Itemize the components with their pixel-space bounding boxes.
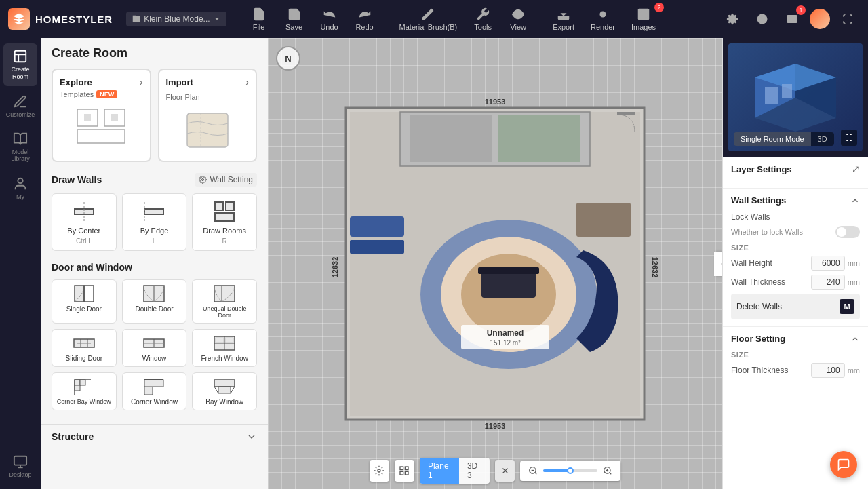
zoom-out-button[interactable] [526,463,540,478]
svg-rect-79 [406,471,409,475]
wall-settings-chevron-icon[interactable] [850,196,860,206]
svg-rect-16 [111,114,118,121]
file-button[interactable]: File [243,4,275,34]
svg-text:151.12 m²: 151.12 m² [490,339,521,347]
template-cards: Explore › Templates NEW [52,69,257,162]
sliding-door-label: Sliding Door [66,355,102,362]
wall-thickness-unit: mm [848,278,860,286]
floor-thickness-input[interactable] [811,363,845,378]
draw-rooms-shortcut: R [222,237,227,245]
nav-model-library[interactable]: ModelLibrary [3,126,37,169]
door-window-grid-1: Single Door Double Door [52,279,257,324]
tools-button[interactable]: Tools [467,4,499,34]
zoom-slider[interactable] [543,469,597,472]
settings-button[interactable] [720,7,745,31]
expand-preview-button[interactable] [841,130,857,146]
corner-window-item[interactable]: Corner Window [122,372,187,410]
wall-thickness-input[interactable] [811,275,845,290]
svg-rect-60 [350,216,404,237]
nav-desktop[interactable]: Desktop [3,449,37,484]
corner-bay-window-label: Corner Bay Window [57,398,111,405]
zoom-in-button[interactable] [600,463,615,478]
unequal-double-door-item[interactable]: Unequal Double Door [192,279,257,324]
explore-templates-card[interactable]: Explore › Templates NEW [52,69,151,162]
images-button[interactable]: Images 2 [625,4,663,34]
wall-thickness-label: Wall Thickness [731,277,785,287]
draw-rooms-option[interactable]: Draw Rooms R [192,193,257,251]
corner-bay-window-item[interactable]: Corner Bay Window [52,372,117,410]
material-brush-button[interactable]: Material Brush(B) [393,4,465,34]
snap-button[interactable] [370,460,389,482]
svg-rect-48 [75,385,80,391]
floor-settings-section: Floor Setting Size Floor Thickness mm [723,327,868,389]
floor-settings-title: Floor Setting [731,334,785,344]
close-button[interactable] [495,460,515,482]
svg-line-87 [610,473,612,475]
layer-settings-section: Layer Settings ⤢ [723,157,868,189]
structure-section[interactable]: Structure [41,424,268,449]
door-window-title: Door and Window [52,262,132,273]
create-room-section: Create Room Explore › Templates NEW [41,38,268,424]
nav-customize[interactable]: Customize [3,89,37,123]
single-door-item[interactable]: Single Door [52,279,117,324]
by-center-label: By Center [67,227,100,235]
by-edge-option[interactable]: By Edge L [122,193,187,251]
by-center-shortcut: Ctrl L [76,237,92,245]
plane-1-tab[interactable]: Plane 1 [420,458,459,484]
floor-settings-header: Floor Setting [731,334,860,344]
view-button[interactable]: View [502,4,534,34]
fullscreen-button[interactable] [835,7,860,31]
window-item[interactable]: Window [122,329,187,367]
create-room-title: Create Room [52,46,257,60]
mode-switcher: Single Room Mode 3D [734,132,834,146]
by-edge-label: By Edge [140,227,169,235]
draw-wall-grid: By Center Ctrl L By Edge L [52,193,257,251]
undo-button[interactable]: Undo [313,4,346,34]
bay-window-label: Bay Window [205,398,243,406]
project-name[interactable]: Klein Blue Mode... [126,12,226,26]
single-room-mode-btn[interactable]: Single Room Mode [734,132,811,146]
user-avatar[interactable] [810,9,830,29]
delete-walls-label: Delete Walls [736,302,782,311]
french-window-label: French Window [201,355,248,362]
right-collapse-button[interactable] [714,252,722,276]
3d-mode-btn[interactable]: 3D [811,132,834,146]
svg-rect-65 [481,271,536,298]
3d-3-tab[interactable]: 3D 3 [459,458,490,484]
floor-thickness-unit: mm [848,366,860,374]
structure-chevron-icon [246,431,257,442]
lock-walls-toggle[interactable] [835,226,860,238]
svg-rect-26 [215,213,234,221]
by-edge-shortcut: L [153,237,157,245]
french-window-item[interactable]: French Window [192,329,257,367]
topbar-right: 1 [720,7,860,31]
floor-thickness-row: Floor Thickness mm [731,363,860,378]
render-button[interactable]: Render [584,4,622,34]
svg-text:12632: 12632 [332,256,339,277]
bay-window-item[interactable]: Bay Window [192,372,257,410]
redo-button[interactable]: Redo [349,4,381,34]
sliding-door-item[interactable]: Sliding Door [52,329,117,367]
help-button[interactable] [750,7,774,31]
import-floor-plan-card[interactable]: Import › Floor Plan [158,69,258,162]
explore-template-img [60,102,143,150]
images-badge: 2 [654,3,664,12]
by-center-option[interactable]: By Center Ctrl L [52,193,117,251]
wall-setting-button[interactable]: Wall Setting [195,173,257,187]
wall-setting-label: Wall Setting [210,175,253,184]
grid-button[interactable] [395,460,414,482]
delete-walls-button[interactable]: Delete Walls M [731,294,860,319]
wall-height-input[interactable] [811,256,845,271]
canvas-area[interactable]: N [268,38,722,489]
mail-button[interactable]: 1 [780,7,804,31]
layer-expand-icon[interactable]: ⤢ [852,163,860,174]
export-button[interactable]: Export [546,4,581,34]
structure-title: Structure [52,431,94,442]
nav-create-room[interactable]: CreateRoom [3,43,37,86]
floor-settings-chevron-icon[interactable] [850,334,860,344]
nav-my[interactable]: My [3,171,37,206]
project-name-text: Klein Blue Mode... [144,14,210,24]
double-door-item[interactable]: Double Door [122,279,187,324]
save-button[interactable]: Save [278,4,311,34]
chat-button[interactable] [830,451,857,478]
